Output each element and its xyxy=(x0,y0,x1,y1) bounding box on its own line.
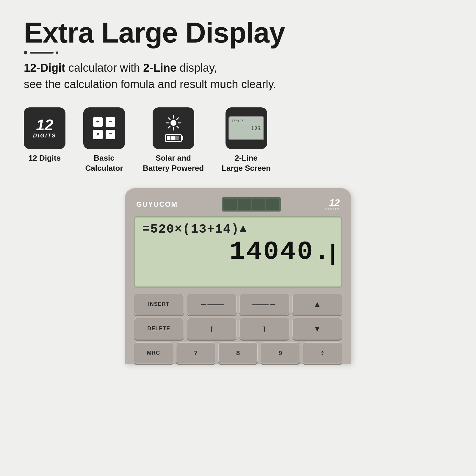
feature-12digits: 12 DIGITS 12 Digits xyxy=(24,107,65,163)
subtitle-bold-12digit: 12-Digit xyxy=(24,62,65,74)
key-7-label: 7 xyxy=(194,349,198,357)
calc-btn-equals: = xyxy=(106,130,115,139)
lcd-result: 14040. xyxy=(142,239,334,265)
key-delete-label: DELETE xyxy=(147,325,170,332)
key-row-2: DELETE ( ) ▼ xyxy=(134,318,342,339)
lcd-result-value: 14040. xyxy=(229,237,331,267)
feature-2line-screen: 100+23 123 2-LineLarge Screen xyxy=(222,107,271,173)
key-insert-label: INSERT xyxy=(148,301,170,307)
feature-basic-calc: + − × = BasicCalculator xyxy=(83,107,125,173)
digits-badge-label: DIGITS xyxy=(325,207,340,211)
key-8-label: 8 xyxy=(236,349,240,357)
calculator-body: GUYUCOM 12 DIGITS =520×(13+14)▲ 14040. xyxy=(125,188,351,364)
key-open-paren-label: ( xyxy=(211,325,213,333)
feature-label-2line-screen: 2-LineLarge Screen xyxy=(222,153,271,173)
feature-icon-12digits: 12 DIGITS xyxy=(24,107,65,149)
solar-cell-4 xyxy=(266,199,280,210)
lcd-formula: =520×(13+14)▲ xyxy=(142,222,334,237)
svg-line-5 xyxy=(168,118,170,120)
feature-icon-solar-battery xyxy=(153,107,194,149)
keypad: INSERT ←—— ——→ ▲ DELETE ( ) ▼ MRC 7 8 9 … xyxy=(134,294,342,364)
page-title: Extra Large Display xyxy=(24,18,452,48)
key-arrow-left[interactable]: ←—— xyxy=(187,294,237,315)
sun-icon xyxy=(165,115,182,131)
calc-btn-minus: − xyxy=(106,117,115,127)
feature-solar-battery: Solar andBattery Powered xyxy=(143,107,204,173)
calc-icon-grid: + − × = xyxy=(91,115,118,142)
lcd-screen: =520×(13+14)▲ 14040. xyxy=(134,216,342,288)
key-arrow-up[interactable]: ▲ xyxy=(292,294,342,315)
digits-badge: 12 DIGITS xyxy=(325,198,340,211)
svg-line-8 xyxy=(168,126,170,128)
key-open-paren[interactable]: ( xyxy=(187,318,237,339)
page-container: Extra Large Display 12-Digit calculator … xyxy=(0,0,476,476)
key-mrc[interactable]: MRC xyxy=(134,342,173,364)
key-7[interactable]: 7 xyxy=(176,342,215,364)
subtitle: 12-Digit calculator with 2-Line display,… xyxy=(24,60,452,93)
subtitle-bold-2line: 2-Line xyxy=(143,62,176,74)
solar-icon-inner xyxy=(165,115,182,142)
divider-dot-right xyxy=(56,51,58,54)
divider-bar xyxy=(30,52,54,54)
key-arrow-right-icon: ——→ xyxy=(252,300,277,309)
key-close-paren-label: ) xyxy=(263,325,265,333)
key-insert[interactable]: INSERT xyxy=(134,294,184,315)
key-close-paren[interactable]: ) xyxy=(239,318,289,339)
key-arrow-left-icon: ←—— xyxy=(199,300,224,309)
key-arrow-up-icon: ▲ xyxy=(313,300,321,309)
feature-label-12digits: 12 Digits xyxy=(29,153,61,163)
svg-point-0 xyxy=(170,120,176,126)
calc-top-bar: GUYUCOM 12 DIGITS xyxy=(134,197,342,212)
key-row-1: INSERT ←—— ——→ ▲ xyxy=(134,294,342,315)
feature-label-basic-calc: BasicCalculator xyxy=(85,153,123,173)
key-arrow-down[interactable]: ▼ xyxy=(292,318,342,339)
digits-icon-inner: 12 DIGITS xyxy=(33,117,56,139)
solar-cell-3 xyxy=(252,199,265,210)
screen-icon-box: 100+23 123 xyxy=(228,116,264,140)
calc-btn-plus: + xyxy=(93,117,103,127)
screen-formula-line: 100+23 xyxy=(232,119,261,124)
subtitle-line2: see the calculation fomula and result mu… xyxy=(24,78,276,90)
brand-name: GUYUCOM xyxy=(136,200,178,209)
lcd-cursor xyxy=(331,244,334,265)
key-divide[interactable]: ÷ xyxy=(303,342,342,364)
key-arrow-right[interactable]: ——→ xyxy=(239,294,289,315)
key-divide-label: ÷ xyxy=(321,349,324,357)
digits-icon-number: 12 xyxy=(36,117,53,133)
solar-cell-2 xyxy=(238,199,251,210)
features-row: 12 DIGITS 12 Digits + − × = BasicCalcula… xyxy=(24,107,452,173)
digits-badge-number: 12 xyxy=(325,198,340,207)
key-row-3: MRC 7 8 9 ÷ xyxy=(134,342,342,364)
key-9[interactable]: 9 xyxy=(261,342,300,364)
key-9-label: 9 xyxy=(278,349,282,357)
key-mrc-label: MRC xyxy=(147,350,160,356)
divider xyxy=(24,51,452,54)
feature-icon-2line-screen: 100+23 123 xyxy=(226,107,267,149)
solar-panel xyxy=(222,197,281,212)
screen-result-line: 123 xyxy=(232,125,261,131)
divider-dot-left xyxy=(24,51,27,54)
digits-icon-label: DIGITS xyxy=(33,133,56,139)
calc-btn-times: × xyxy=(93,130,103,139)
solar-cell-1 xyxy=(223,199,237,210)
key-arrow-down-icon: ▼ xyxy=(313,324,321,333)
key-8[interactable]: 8 xyxy=(218,342,258,364)
key-delete[interactable]: DELETE xyxy=(134,318,184,339)
svg-line-6 xyxy=(177,126,178,128)
svg-line-7 xyxy=(177,118,178,120)
feature-label-solar-battery: Solar andBattery Powered xyxy=(143,153,204,173)
feature-icon-basic-calc: + − × = xyxy=(83,107,125,149)
battery-icon xyxy=(165,134,182,142)
